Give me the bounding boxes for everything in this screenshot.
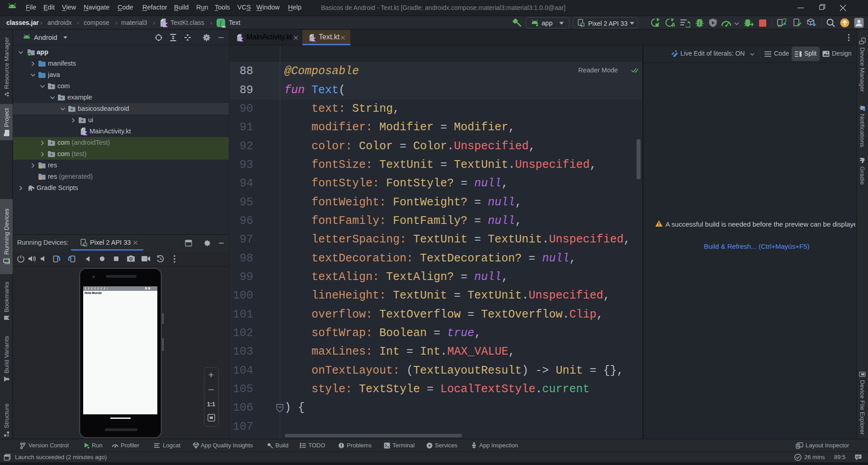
- svg-text:A: A: [672, 22, 675, 28]
